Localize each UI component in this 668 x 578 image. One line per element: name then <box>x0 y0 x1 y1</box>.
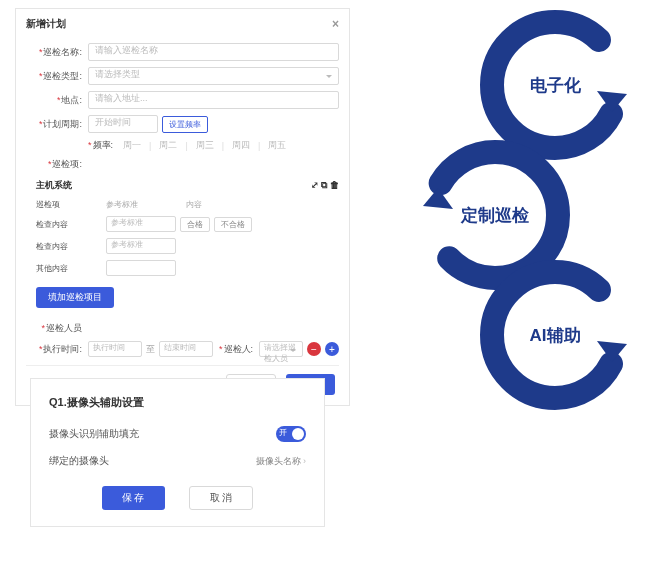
delete-icon[interactable]: 🗑 <box>330 180 339 190</box>
people-field-label: 巡检人: <box>219 343 253 356</box>
camera-assist-label: 摄像头识别辅助填充 <box>49 427 139 441</box>
plan-time-input[interactable]: 开始时间 <box>88 115 158 133</box>
process-diagram: 电子化 定制巡检 AI辅助 <box>380 10 660 410</box>
area-input[interactable]: 请输入地址... <box>88 91 339 109</box>
pass-button[interactable]: 合格 <box>180 217 210 232</box>
form-header: 新增计划 × <box>26 17 339 37</box>
row-label: 检查内容 <box>36 241 106 252</box>
subsection-title: 主机系统 <box>36 179 72 192</box>
freq-item[interactable]: 周四 <box>232 139 250 152</box>
name-input[interactable]: 请输入巡检名称 <box>88 43 339 61</box>
camera-cancel-button[interactable]: 取 消 <box>189 486 254 510</box>
copy-icon[interactable]: ⧉ <box>321 180 327 190</box>
bound-camera-label: 绑定的摄像头 <box>49 454 109 468</box>
row-ref-input[interactable]: 参考标准 <box>106 238 176 254</box>
th-content: 内容 <box>186 199 329 210</box>
ring-node-3: AI辅助 <box>480 260 630 410</box>
plan-time-label: 计划周期: <box>26 118 82 131</box>
camera-title: Q1.摄像头辅助设置 <box>49 395 306 410</box>
plan-form-panel: 新增计划 × 巡检名称: 请输入巡检名称 巡检类型: 请选择类型 地点: 请输入… <box>15 8 350 406</box>
remove-row-icon[interactable]: − <box>307 342 321 356</box>
people-select[interactable]: 请选择巡检人员 <box>259 341 303 357</box>
freq-item[interactable]: 周五 <box>268 139 286 152</box>
camera-name-link[interactable]: 摄像头名称 <box>256 455 307 468</box>
freq-item[interactable]: 周一 <box>123 139 141 152</box>
people-label: 巡检人员 <box>26 322 82 335</box>
toggle-text: 开 <box>279 427 287 438</box>
start-time-input[interactable]: 执行时间 <box>88 341 142 357</box>
freq-item[interactable]: 周三 <box>196 139 214 152</box>
add-row-icon[interactable]: + <box>325 342 339 356</box>
freq-tag-button[interactable]: 设置频率 <box>162 116 208 133</box>
camera-panel: Q1.摄像头辅助设置 摄像头识别辅助填充 开 绑定的摄像头 摄像头名称 保 存 … <box>30 378 325 527</box>
row-label: 检查内容 <box>36 219 106 230</box>
form-title: 新增计划 <box>26 17 66 31</box>
sub-table: 巡检项 参考标准 内容 检查内容 参考标准 合格 不合格 检查内容 参考标准 其… <box>36 196 329 279</box>
area-label: 地点: <box>26 94 82 107</box>
name-label: 巡检名称: <box>26 46 82 59</box>
camera-toggle[interactable]: 开 <box>276 426 306 442</box>
exec-time-label: 执行时间: <box>26 343 82 356</box>
end-time-input[interactable]: 结束时间 <box>159 341 213 357</box>
type-select[interactable]: 请选择类型 <box>88 67 339 85</box>
freq-prefix: 频率: <box>88 139 113 152</box>
th-ref: 参考标准 <box>106 199 186 210</box>
th-item: 巡检项 <box>36 199 106 210</box>
close-icon[interactable]: × <box>332 17 339 31</box>
type-label: 巡检类型: <box>26 70 82 83</box>
row-ref-input[interactable]: 参考标准 <box>106 216 176 232</box>
toggle-knob <box>292 428 304 440</box>
items-label: 巡检项: <box>26 158 82 171</box>
add-item-button[interactable]: 填加巡检项目 <box>36 287 114 308</box>
frequency-row: 频率: 周一| 周二| 周三| 周四| 周五 <box>88 139 339 152</box>
row-label: 其他内容 <box>36 263 106 274</box>
expand-icon[interactable]: ⤢ <box>311 180 319 190</box>
svg-point-4 <box>492 272 618 398</box>
fail-button[interactable]: 不合格 <box>214 217 252 232</box>
to-label: 至 <box>146 343 155 356</box>
ring-node-1: 电子化 <box>480 10 630 160</box>
freq-item[interactable]: 周二 <box>159 139 177 152</box>
row-ref-input[interactable] <box>106 260 176 276</box>
svg-point-0 <box>492 22 618 148</box>
camera-save-button[interactable]: 保 存 <box>102 486 165 510</box>
